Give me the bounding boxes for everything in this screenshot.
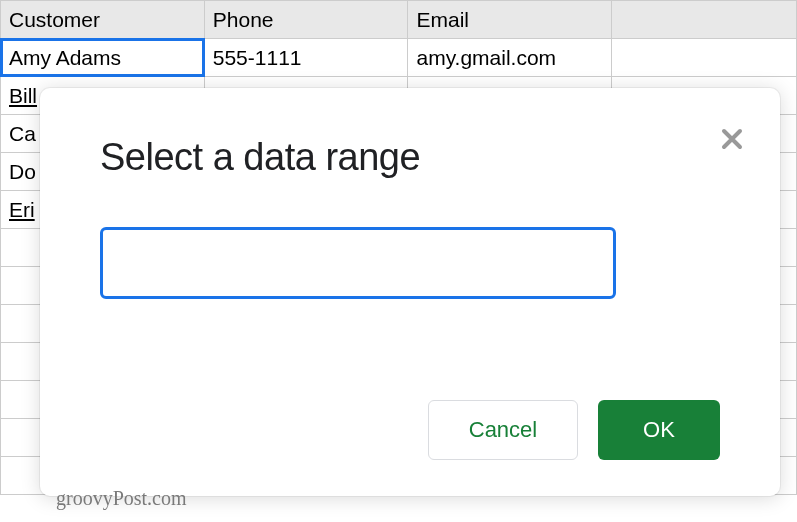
header-row: Customer Phone Email bbox=[1, 1, 797, 39]
select-data-range-dialog: Select a data range Cancel OK bbox=[40, 88, 780, 496]
ok-button[interactable]: OK bbox=[598, 400, 720, 460]
dialog-title: Select a data range bbox=[100, 136, 720, 179]
data-range-input[interactable] bbox=[100, 227, 616, 299]
cell-email[interactable]: amy.gmail.com bbox=[408, 39, 612, 77]
header-empty[interactable] bbox=[612, 1, 797, 39]
header-customer[interactable]: Customer bbox=[1, 1, 205, 39]
watermark: groovyPost.com bbox=[56, 487, 187, 510]
cell-phone[interactable]: 555-1111 bbox=[204, 39, 408, 77]
header-email[interactable]: Email bbox=[408, 1, 612, 39]
table-row: Amy Adams 555-1111 amy.gmail.com bbox=[1, 39, 797, 77]
cell-customer[interactable]: Amy Adams bbox=[1, 39, 205, 77]
dialog-button-row: Cancel OK bbox=[428, 400, 720, 460]
cancel-button[interactable]: Cancel bbox=[428, 400, 578, 460]
header-phone[interactable]: Phone bbox=[204, 1, 408, 39]
close-icon[interactable] bbox=[720, 124, 744, 156]
cell-empty[interactable] bbox=[612, 39, 797, 77]
